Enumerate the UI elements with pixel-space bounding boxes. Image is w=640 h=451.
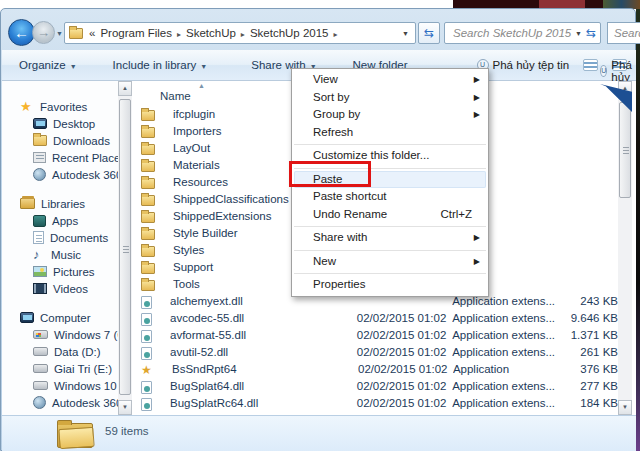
secondary-search-box[interactable]: Search	[607, 22, 640, 44]
menu-item-view[interactable]: View▶	[292, 71, 488, 89]
menu-item-label: Sort by	[313, 91, 349, 103]
sidebar-item-downloads[interactable]: Downloads	[2, 132, 118, 149]
search-box[interactable]: Search SketchUp 2015 ▼ ⇆	[444, 22, 601, 44]
search-go-icon[interactable]: ⇆	[586, 26, 600, 40]
scrollbar-thumb[interactable]	[619, 102, 631, 198]
menu-item-refresh[interactable]: Refresh	[292, 124, 488, 142]
table-row[interactable]: BugSplat64.dll02/02/2015 01:02Applicatio…	[132, 377, 618, 394]
a360-icon	[33, 396, 46, 409]
sidebar-scrollbar[interactable]: ▲ ▼	[118, 81, 132, 415]
menu-item-paste-shortcut[interactable]: Paste shortcut	[292, 188, 488, 206]
menu-item-properties[interactable]: Properties	[292, 276, 488, 294]
screen-icon	[33, 118, 47, 129]
sidebar-item-data-d-[interactable]: Data (D:)	[2, 343, 118, 360]
sidebar-item-label: Windows 10 Pro	[54, 380, 118, 392]
sidebar-item-label: Windows 7 (C:)	[54, 329, 118, 341]
sidebar-group-libraries[interactable]: Libraries	[2, 195, 118, 212]
menu-item-label: Properties	[313, 278, 365, 290]
sidebar-item-apps[interactable]: Apps	[2, 212, 118, 229]
folder-icon	[33, 135, 47, 146]
sidebar-item-pictures[interactable]: Pictures	[2, 263, 118, 280]
item-count: 59 items	[105, 425, 148, 437]
recent-pages-dropdown-icon[interactable]: ▼	[56, 30, 63, 37]
sidebar-item-recent-places[interactable]: Recent Places	[2, 149, 118, 166]
file-type: Application extens...	[452, 312, 564, 324]
file-list-scrollbar[interactable]: ▲ ▼	[618, 81, 632, 415]
forward-button[interactable]: →	[32, 21, 55, 44]
address-dropdown-icon[interactable]: ▼	[402, 30, 415, 37]
sidebar-item-label: Downloads	[53, 135, 110, 147]
address-folder-icon	[69, 28, 83, 39]
dll-file-icon	[141, 313, 152, 326]
breadcrumb-segment[interactable]: SketchUp	[184, 27, 238, 39]
star-icon: ★	[20, 100, 34, 113]
breadcrumb-segment[interactable]: SketchUp 2015	[248, 27, 331, 39]
menu-item-sort-by[interactable]: Sort by▶	[292, 89, 488, 107]
destroy-file-button[interactable]: U Phá hủy tệp tin	[477, 59, 570, 71]
drive-icon	[33, 347, 48, 356]
search-dropdown-icon[interactable]: ▼	[575, 30, 586, 37]
sidebar-item-windows-10-pro[interactable]: Windows 10 Pro	[2, 377, 118, 394]
table-row[interactable]: avcodec-55.dll02/02/2015 01:02Applicatio…	[132, 309, 618, 326]
sidebar-group: ★FavoritesDesktopDownloadsRecent PlacesA…	[2, 98, 118, 183]
menu-item-label: Group by	[313, 108, 360, 120]
sidebar-item-documents[interactable]: Documents	[2, 229, 118, 246]
sidebar-item-autodesk-360[interactable]: Autodesk 360	[2, 394, 118, 411]
sidebar-item-label: Giai Tri (E:)	[54, 363, 112, 375]
scrollbar-thumb[interactable]	[119, 99, 131, 395]
sidebar-group-computer[interactable]: Computer	[2, 309, 118, 326]
scroll-down-icon[interactable]: ▼	[118, 400, 132, 415]
drivewin-icon	[33, 330, 48, 339]
table-row[interactable]: ★BsSndRpt6402/02/2015 01:02Application37…	[132, 360, 618, 377]
submenu-arrow-icon: ▶	[474, 106, 480, 124]
folder-icon	[141, 127, 155, 138]
back-button[interactable]: ←	[8, 19, 35, 46]
menu-item-group-by[interactable]: Group by▶	[292, 106, 488, 124]
file-name: BsSndRpt64	[172, 363, 358, 375]
menu-item-label: New	[313, 255, 336, 267]
scroll-down-icon[interactable]: ▼	[618, 400, 632, 415]
secondary-search-placeholder: Search	[608, 23, 640, 43]
breadcrumb-separator-icon[interactable]: ▸	[174, 30, 184, 39]
breadcrumb-separator-icon[interactable]: ▸	[238, 30, 248, 39]
a360-icon	[33, 168, 46, 181]
file-name: avcodec-55.dll	[170, 312, 357, 324]
sidebar-item-label: Apps	[52, 215, 78, 227]
file-type: Application	[453, 363, 565, 375]
destroy-file-button-clipped: U Phá hủy	[600, 59, 634, 83]
folder-icon	[141, 263, 155, 274]
sidebar-item-giai-tri-e-[interactable]: Giai Tri (E:)	[2, 360, 118, 377]
sidebar-item-videos[interactable]: Videos	[2, 280, 118, 297]
sidebar-item-autodesk-360[interactable]: Autodesk 360	[2, 166, 118, 183]
drive-icon	[33, 381, 48, 390]
scroll-up-icon[interactable]: ▲	[118, 81, 132, 96]
breadcrumb-segment[interactable]: Program Files	[98, 27, 174, 39]
table-row[interactable]: BugSplatRc64.dll02/02/2015 01:02Applicat…	[132, 394, 618, 411]
table-row[interactable]: avutil-52.dll02/02/2015 01:02Application…	[132, 343, 618, 360]
file-date-modified: 02/02/2015 01:02	[358, 363, 453, 375]
menu-item-new[interactable]: New▶	[292, 253, 488, 271]
desktop-background-right	[636, 9, 640, 451]
sidebar-item-label: Recent Places	[52, 152, 118, 164]
sidebar-item-label: Documents	[50, 232, 108, 244]
include-in-library-button[interactable]: Include in library▼	[104, 56, 217, 74]
search-placeholder: Search SketchUp 2015	[445, 27, 571, 39]
menu-item-undo-rename[interactable]: Undo RenameCtrl+Z	[292, 206, 488, 224]
table-row[interactable]: avformat-55.dll02/02/2015 01:02Applicati…	[132, 326, 618, 343]
sidebar-item-desktop[interactable]: Desktop	[2, 115, 118, 132]
menu-item-share-with[interactable]: Share with▶	[292, 229, 488, 247]
folder-icon	[141, 144, 155, 155]
list-view-icon[interactable]	[583, 59, 598, 71]
refresh-button[interactable]: ⇆	[418, 22, 440, 44]
file-size: 184 KB	[565, 397, 618, 409]
breadcrumb-separator-icon[interactable]: ▸	[331, 30, 341, 39]
sidebar-item-music[interactable]: ♪Music	[2, 246, 118, 263]
sidebar-item-windows-7-c-[interactable]: Windows 7 (C:)	[2, 326, 118, 343]
address-bar[interactable]: «Program Files▸SketchUp▸SketchUp 2015▸ ▼	[64, 22, 416, 44]
application-icon: ★	[141, 364, 154, 377]
sidebar-group-favorites[interactable]: ★Favorites	[2, 98, 118, 115]
organize-button[interactable]: Organize▼	[10, 56, 86, 74]
column-header-name[interactable]: Name	[160, 90, 191, 102]
file-size: 243 KB	[565, 295, 618, 307]
file-size: 277 KB	[565, 380, 618, 392]
